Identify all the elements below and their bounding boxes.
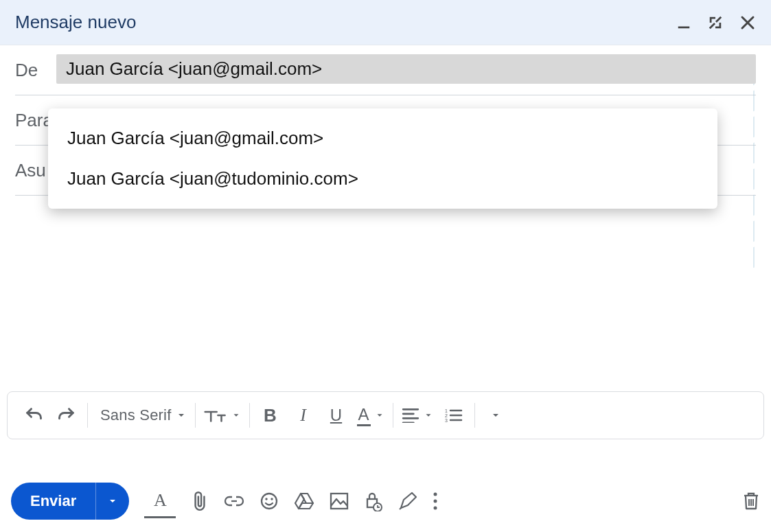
from-row: De Juan García <juan@gmail.com>	[15, 45, 756, 95]
svg-point-10	[434, 493, 437, 496]
divider	[393, 403, 393, 428]
link-icon	[224, 494, 244, 508]
discard-button[interactable]	[742, 491, 760, 511]
redo-button[interactable]	[50, 399, 83, 432]
divider	[249, 403, 250, 428]
from-option[interactable]: Juan García <juan@tudominio.com>	[48, 159, 717, 199]
format-a-icon: A	[144, 485, 176, 518]
chevron-down-icon	[107, 496, 118, 507]
drive-icon	[294, 492, 314, 510]
numbered-list-icon: 1 2 3	[445, 408, 463, 423]
align-button[interactable]	[398, 399, 437, 432]
window-title: Mensaje nuevo	[15, 12, 136, 33]
text-color-button[interactable]: A	[353, 399, 389, 432]
svg-point-12	[434, 507, 437, 510]
window-buttons	[676, 14, 756, 31]
svg-text:1: 1	[445, 408, 448, 413]
from-dropdown: Juan García <juan@gmail.com> Juan García…	[48, 108, 717, 209]
bold-button[interactable]: B	[254, 399, 287, 432]
chevron-down-icon	[375, 410, 384, 420]
chevron-down-icon	[490, 410, 501, 421]
chevron-down-icon	[231, 410, 241, 420]
from-selected[interactable]: Juan García <juan@gmail.com>	[56, 54, 756, 84]
from-option[interactable]: Juan García <juan@gmail.com>	[48, 118, 717, 159]
close-icon[interactable]	[739, 14, 756, 31]
svg-point-11	[434, 500, 437, 503]
align-icon	[402, 408, 419, 423]
insert-signature-button[interactable]	[398, 491, 417, 511]
list-button[interactable]: 1 2 3	[437, 399, 470, 432]
trash-icon	[742, 491, 760, 511]
font-family-select[interactable]: Sans Serif	[92, 399, 191, 432]
titlebar: Mensaje nuevo	[0, 0, 771, 45]
insert-image-button[interactable]	[330, 492, 349, 510]
divider	[195, 403, 196, 428]
font-family-label: Sans Serif	[96, 406, 176, 424]
chevron-down-icon	[176, 410, 187, 421]
from-label: De	[15, 60, 56, 81]
svg-text:3: 3	[445, 418, 448, 423]
svg-point-5	[266, 498, 268, 500]
compose-window: Mensaje nuevo De Juan García <juan@gmail…	[0, 0, 771, 532]
image-icon	[330, 492, 349, 510]
send-bar: Enviar A	[11, 483, 760, 520]
svg-rect-0	[678, 26, 690, 28]
kebab-icon	[433, 491, 438, 511]
lock-clock-icon	[364, 491, 383, 511]
more-formatting-button[interactable]	[479, 399, 512, 432]
format-toolbar: Sans Serif B I U A 1 2	[7, 391, 764, 439]
divider	[474, 403, 475, 428]
text-size-icon	[204, 406, 227, 425]
send-more-button[interactable]	[95, 483, 129, 520]
minimize-icon[interactable]	[676, 15, 691, 30]
attach-file-button[interactable]	[191, 491, 209, 511]
pen-icon	[398, 491, 417, 511]
undo-button[interactable]	[17, 399, 50, 432]
divider	[87, 403, 88, 428]
insert-drive-button[interactable]	[294, 492, 314, 510]
chevron-down-icon	[424, 410, 433, 420]
italic-button[interactable]: I	[287, 399, 320, 432]
more-options-button[interactable]	[433, 491, 438, 511]
font-size-select[interactable]	[200, 399, 245, 432]
insert-emoji-button[interactable]	[260, 491, 279, 511]
paperclip-icon	[191, 491, 209, 511]
underline-button[interactable]: U	[320, 399, 353, 432]
insert-link-button[interactable]	[224, 494, 244, 508]
fullscreen-icon[interactable]	[708, 15, 723, 30]
svg-point-4	[262, 494, 277, 509]
confidential-mode-button[interactable]	[364, 491, 383, 511]
send-button[interactable]: Enviar	[11, 483, 95, 520]
emoji-icon	[260, 491, 279, 511]
svg-text:2: 2	[445, 413, 448, 418]
formatting-toggle-button[interactable]: A	[144, 485, 176, 518]
send-button-group: Enviar	[11, 483, 129, 520]
svg-point-6	[271, 498, 273, 500]
